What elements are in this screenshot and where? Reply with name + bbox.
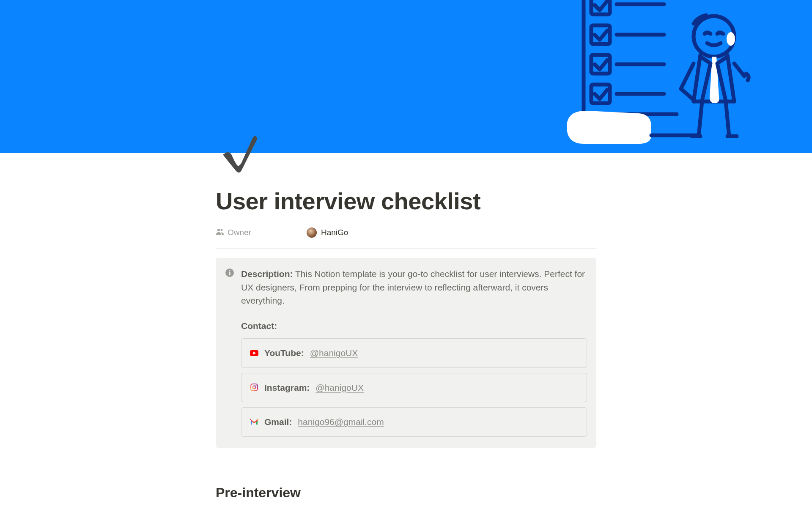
cover-image xyxy=(0,0,812,153)
svg-point-16 xyxy=(229,270,230,271)
page-icon[interactable] xyxy=(216,129,261,175)
owner-name: HaniGo xyxy=(321,228,348,237)
section-heading-pre-interview[interactable]: Pre-interview xyxy=(216,485,596,501)
description-callout: Description: This Notion template is you… xyxy=(216,258,596,448)
contact-card-gmail[interactable]: Gmail: hanigo96@gmail.com xyxy=(241,407,587,437)
gmail-icon xyxy=(250,419,258,425)
svg-line-12 xyxy=(726,101,729,136)
callout-body: Description: This Notion template is you… xyxy=(241,267,587,437)
people-icon xyxy=(216,227,224,238)
contact-link-gmail[interactable]: hanigo96@gmail.com xyxy=(298,415,384,429)
property-owner-value[interactable]: HaniGo xyxy=(307,227,348,238)
svg-point-21 xyxy=(255,385,256,386)
description-label: Description: xyxy=(241,269,293,279)
svg-point-20 xyxy=(253,386,256,389)
svg-rect-19 xyxy=(251,384,258,391)
description-paragraph[interactable]: Description: This Notion template is you… xyxy=(241,267,587,307)
contact-link-instagram[interactable]: @hanigoUX xyxy=(315,381,364,395)
page-content: User interview checklist Owner HaniGo De… xyxy=(216,153,596,501)
page-properties: Owner HaniGo xyxy=(216,225,596,249)
contact-card-youtube[interactable]: YouTube: @hanigoUX xyxy=(241,338,587,368)
page-title[interactable]: User interview checklist xyxy=(216,153,596,215)
check-icon xyxy=(216,130,261,175)
contact-platform-label: Gmail: xyxy=(264,415,292,429)
property-owner-label: Owner xyxy=(216,227,307,238)
contact-platform-label: Instagram: xyxy=(264,381,310,395)
contact-card-instagram[interactable]: Instagram: @hanigoUX xyxy=(241,373,587,403)
avatar xyxy=(307,227,317,238)
instagram-icon xyxy=(250,384,258,391)
youtube-icon xyxy=(250,350,258,356)
info-icon xyxy=(225,267,234,437)
contact-heading: Contact: xyxy=(241,319,587,333)
property-label-text: Owner xyxy=(228,228,251,237)
contact-link-youtube[interactable]: @hanigoUX xyxy=(310,346,358,360)
contact-platform-label: YouTube: xyxy=(264,346,304,360)
cover-illustration xyxy=(567,0,765,153)
svg-rect-17 xyxy=(229,272,230,275)
property-owner-row[interactable]: Owner HaniGo xyxy=(216,225,596,240)
svg-point-10 xyxy=(727,32,735,46)
svg-line-11 xyxy=(699,101,702,136)
